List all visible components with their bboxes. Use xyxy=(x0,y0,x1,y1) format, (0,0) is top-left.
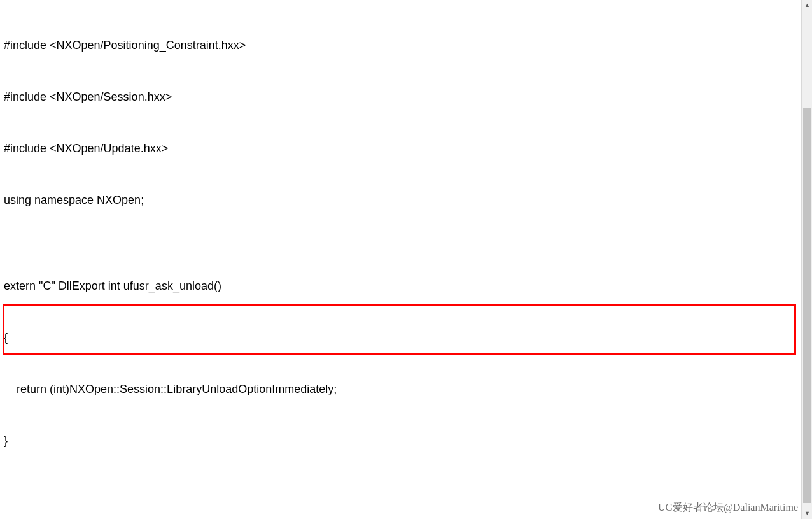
code-line: extern "C" DllExport int ufusr_ask_unloa… xyxy=(4,278,797,295)
page-wrap: #include <NXOpen/Positioning_Constraint.… xyxy=(0,0,812,519)
scrollbar-track[interactable]: ▲ ▼ xyxy=(801,0,812,519)
code-line: #include <NXOpen/Update.hxx> xyxy=(4,140,797,157)
code-line: using namespace NXOpen; xyxy=(4,192,797,209)
scroll-thumb[interactable] xyxy=(803,108,811,503)
code-line: } xyxy=(4,432,797,450)
scroll-up-icon[interactable]: ▲ xyxy=(802,0,812,11)
code-area: #include <NXOpen/Positioning_Constraint.… xyxy=(0,0,801,519)
code-line: { xyxy=(4,329,797,346)
scroll-down-icon[interactable]: ▼ xyxy=(802,508,812,519)
code-line: #include <NXOpen/Session.hxx> xyxy=(4,89,797,106)
code-line: return (int)NXOpen::Session::LibraryUnlo… xyxy=(4,381,797,398)
code-line: #include <NXOpen/Positioning_Constraint.… xyxy=(4,37,797,54)
